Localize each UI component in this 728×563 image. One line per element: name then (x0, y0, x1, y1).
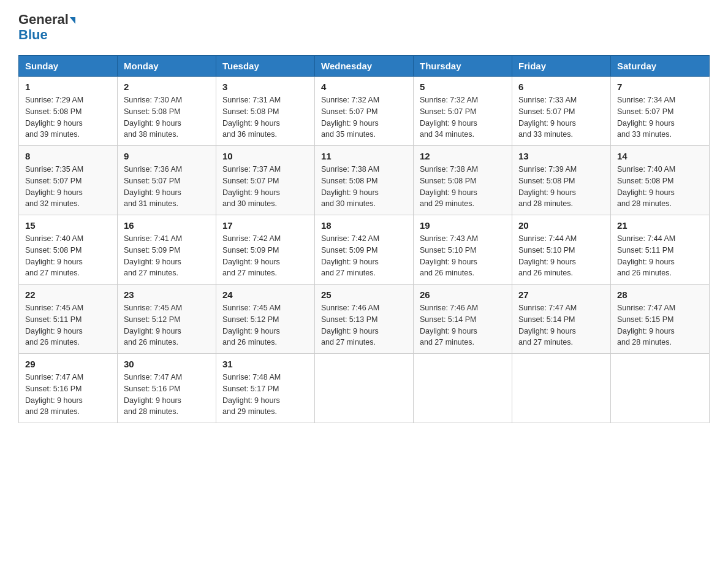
day-cell: 20Sunrise: 7:44 AMSunset: 5:10 PMDayligh… (512, 215, 611, 285)
day-number: 11 (321, 151, 407, 161)
day-cell (512, 354, 611, 423)
column-header-monday: Monday (118, 56, 216, 77)
day-number: 2 (124, 82, 210, 92)
day-number: 1 (25, 82, 111, 92)
day-info: Sunrise: 7:29 AMSunset: 5:08 PMDaylight:… (25, 94, 111, 140)
day-info: Sunrise: 7:35 AMSunset: 5:07 PMDaylight:… (25, 164, 111, 210)
day-cell: 9Sunrise: 7:36 AMSunset: 5:07 PMDaylight… (118, 146, 216, 215)
day-cell: 21Sunrise: 7:44 AMSunset: 5:11 PMDayligh… (611, 215, 710, 285)
day-info: Sunrise: 7:42 AMSunset: 5:09 PMDaylight:… (321, 233, 407, 279)
day-info: Sunrise: 7:40 AMSunset: 5:08 PMDaylight:… (617, 164, 703, 210)
day-info: Sunrise: 7:32 AMSunset: 5:07 PMDaylight:… (420, 94, 506, 140)
column-header-tuesday: Tuesday (216, 56, 315, 77)
day-cell: 30Sunrise: 7:47 AMSunset: 5:16 PMDayligh… (118, 354, 216, 423)
week-row: 15Sunrise: 7:40 AMSunset: 5:08 PMDayligh… (19, 215, 710, 285)
logo-text: General (18, 12, 75, 27)
day-info: Sunrise: 7:47 AMSunset: 5:14 PMDaylight:… (518, 302, 604, 348)
day-info: Sunrise: 7:41 AMSunset: 5:09 PMDaylight:… (124, 233, 210, 279)
day-cell: 16Sunrise: 7:41 AMSunset: 5:09 PMDayligh… (118, 215, 216, 285)
day-info: Sunrise: 7:46 AMSunset: 5:13 PMDaylight:… (321, 302, 407, 348)
day-cell: 5Sunrise: 7:32 AMSunset: 5:07 PMDaylight… (414, 77, 512, 146)
day-number: 26 (420, 289, 506, 300)
day-info: Sunrise: 7:30 AMSunset: 5:08 PMDaylight:… (124, 94, 210, 140)
day-cell: 7Sunrise: 7:34 AMSunset: 5:07 PMDaylight… (611, 77, 710, 146)
day-number: 20 (518, 220, 604, 231)
day-cell: 14Sunrise: 7:40 AMSunset: 5:08 PMDayligh… (611, 146, 710, 215)
day-number: 25 (321, 289, 407, 300)
day-cell: 3Sunrise: 7:31 AMSunset: 5:08 PMDaylight… (216, 77, 315, 146)
day-number: 6 (518, 82, 604, 92)
column-header-sunday: Sunday (19, 56, 118, 77)
day-info: Sunrise: 7:45 AMSunset: 5:11 PMDaylight:… (25, 302, 111, 348)
day-number: 28 (617, 289, 703, 300)
day-number: 22 (25, 289, 111, 300)
day-info: Sunrise: 7:34 AMSunset: 5:07 PMDaylight:… (617, 94, 703, 140)
day-info: Sunrise: 7:39 AMSunset: 5:08 PMDaylight:… (518, 164, 604, 210)
day-cell (315, 354, 414, 423)
day-cell: 18Sunrise: 7:42 AMSunset: 5:09 PMDayligh… (315, 215, 414, 285)
day-info: Sunrise: 7:36 AMSunset: 5:07 PMDaylight:… (124, 164, 210, 210)
day-info: Sunrise: 7:47 AMSunset: 5:15 PMDaylight:… (617, 302, 703, 348)
day-info: Sunrise: 7:37 AMSunset: 5:07 PMDaylight:… (222, 164, 308, 210)
day-cell (414, 354, 512, 423)
day-cell: 13Sunrise: 7:39 AMSunset: 5:08 PMDayligh… (512, 146, 611, 215)
day-number: 4 (321, 82, 407, 92)
day-info: Sunrise: 7:33 AMSunset: 5:07 PMDaylight:… (518, 94, 604, 140)
day-info: Sunrise: 7:38 AMSunset: 5:08 PMDaylight:… (321, 164, 407, 210)
day-cell: 17Sunrise: 7:42 AMSunset: 5:09 PMDayligh… (216, 215, 315, 285)
calendar-table: SundayMondayTuesdayWednesdayThursdayFrid… (18, 55, 710, 423)
day-number: 5 (420, 82, 506, 92)
day-info: Sunrise: 7:32 AMSunset: 5:07 PMDaylight:… (321, 94, 407, 140)
day-info: Sunrise: 7:47 AMSunset: 5:16 PMDaylight:… (25, 372, 111, 418)
day-cell: 26Sunrise: 7:46 AMSunset: 5:14 PMDayligh… (414, 285, 512, 354)
day-info: Sunrise: 7:47 AMSunset: 5:16 PMDaylight:… (124, 372, 210, 418)
column-header-friday: Friday (512, 56, 611, 77)
day-cell: 1Sunrise: 7:29 AMSunset: 5:08 PMDaylight… (19, 77, 118, 146)
day-number: 30 (124, 359, 210, 369)
day-info: Sunrise: 7:45 AMSunset: 5:12 PMDaylight:… (222, 302, 308, 348)
day-cell: 4Sunrise: 7:32 AMSunset: 5:07 PMDaylight… (315, 77, 414, 146)
day-number: 16 (124, 220, 210, 231)
day-cell: 8Sunrise: 7:35 AMSunset: 5:07 PMDaylight… (19, 146, 118, 215)
logo-blue-text: Blue (18, 27, 48, 43)
logo-arrow-icon (70, 17, 75, 24)
week-row: 8Sunrise: 7:35 AMSunset: 5:07 PMDaylight… (19, 146, 710, 215)
day-cell: 22Sunrise: 7:45 AMSunset: 5:11 PMDayligh… (19, 285, 118, 354)
column-header-wednesday: Wednesday (315, 56, 414, 77)
day-info: Sunrise: 7:42 AMSunset: 5:09 PMDaylight:… (222, 233, 308, 279)
day-number: 7 (617, 82, 703, 92)
day-number: 17 (222, 220, 308, 231)
day-cell: 6Sunrise: 7:33 AMSunset: 5:07 PMDaylight… (512, 77, 611, 146)
day-cell: 23Sunrise: 7:45 AMSunset: 5:12 PMDayligh… (118, 285, 216, 354)
day-number: 21 (617, 220, 703, 231)
day-number: 8 (25, 151, 111, 161)
day-info: Sunrise: 7:46 AMSunset: 5:14 PMDaylight:… (420, 302, 506, 348)
column-header-thursday: Thursday (414, 56, 512, 77)
day-cell: 10Sunrise: 7:37 AMSunset: 5:07 PMDayligh… (216, 146, 315, 215)
day-info: Sunrise: 7:40 AMSunset: 5:08 PMDaylight:… (25, 233, 111, 279)
day-number: 10 (222, 151, 308, 161)
week-row: 1Sunrise: 7:29 AMSunset: 5:08 PMDaylight… (19, 77, 710, 146)
day-cell: 2Sunrise: 7:30 AMSunset: 5:08 PMDaylight… (118, 77, 216, 146)
day-info: Sunrise: 7:38 AMSunset: 5:08 PMDaylight:… (420, 164, 506, 210)
day-info: Sunrise: 7:44 AMSunset: 5:11 PMDaylight:… (617, 233, 703, 279)
day-number: 15 (25, 220, 111, 231)
logo: General Blue (18, 12, 75, 43)
day-cell: 24Sunrise: 7:45 AMSunset: 5:12 PMDayligh… (216, 285, 315, 354)
day-number: 27 (518, 289, 604, 300)
day-number: 24 (222, 289, 308, 300)
day-number: 14 (617, 151, 703, 161)
day-cell: 25Sunrise: 7:46 AMSunset: 5:13 PMDayligh… (315, 285, 414, 354)
day-number: 19 (420, 220, 506, 231)
day-cell: 11Sunrise: 7:38 AMSunset: 5:08 PMDayligh… (315, 146, 414, 215)
header-row: SundayMondayTuesdayWednesdayThursdayFrid… (19, 56, 710, 77)
day-number: 13 (518, 151, 604, 161)
day-number: 9 (124, 151, 210, 161)
day-cell: 29Sunrise: 7:47 AMSunset: 5:16 PMDayligh… (19, 354, 118, 423)
day-info: Sunrise: 7:45 AMSunset: 5:12 PMDaylight:… (124, 302, 210, 348)
week-row: 29Sunrise: 7:47 AMSunset: 5:16 PMDayligh… (19, 354, 710, 423)
day-info: Sunrise: 7:31 AMSunset: 5:08 PMDaylight:… (222, 94, 308, 140)
day-number: 3 (222, 82, 308, 92)
day-info: Sunrise: 7:48 AMSunset: 5:17 PMDaylight:… (222, 372, 308, 418)
day-number: 12 (420, 151, 506, 161)
